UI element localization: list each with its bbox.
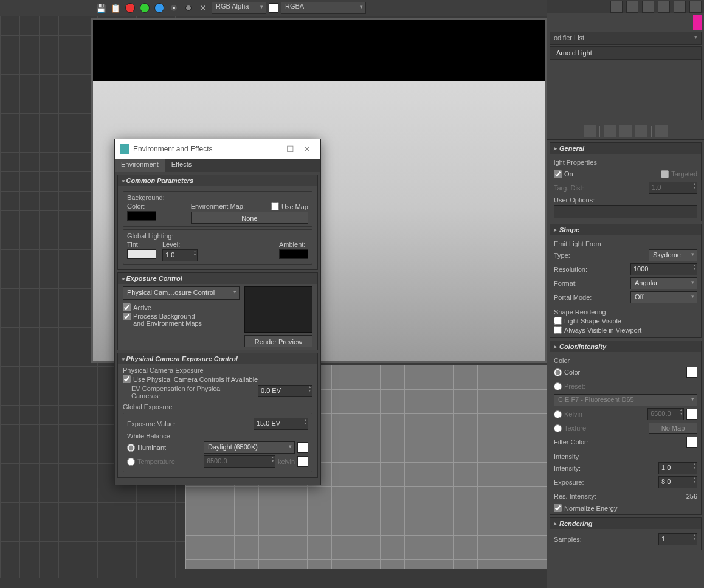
close-icon[interactable]: ✕ xyxy=(197,2,209,14)
blue-channel-icon[interactable] xyxy=(153,2,165,14)
background-label: Background: xyxy=(127,194,308,201)
rollout-color-intensity: Color/Intensity Color Color Preset: CIE … xyxy=(550,341,702,515)
preset-dropdown[interactable]: CIE F7 - Fluorescent D65 xyxy=(554,394,697,406)
bg-color-swatch[interactable] xyxy=(127,211,156,221)
rollout-common-parameters: Common Parameters Background: Color: Env… xyxy=(117,175,318,270)
dialog-titlebar[interactable]: Environment and Effects — ☐ ✕ xyxy=(115,139,320,159)
app-icon xyxy=(120,144,129,154)
resolution-label: Resolution: xyxy=(554,266,587,273)
ambient-label: Ambient: xyxy=(279,241,308,248)
show-end-result-icon[interactable] xyxy=(604,125,616,137)
display-tab-icon[interactable] xyxy=(674,1,686,13)
samples-spinner[interactable]: 1 xyxy=(658,533,697,545)
env-map-button[interactable]: None xyxy=(191,212,308,224)
format-dropdown[interactable]: Angular xyxy=(630,277,697,289)
mono-channel-icon[interactable] xyxy=(182,2,195,14)
kelvin-swatch[interactable] xyxy=(686,409,697,420)
process-background-checkbox[interactable]: Process Background and Environment Maps xyxy=(123,313,240,327)
rollout-rendering-header[interactable]: Rendering xyxy=(550,518,701,529)
exposure-control-header[interactable]: Exposure Control xyxy=(118,273,317,284)
always-visible-checkbox[interactable]: Always Visible in Viewport xyxy=(554,326,697,334)
texture-map-button[interactable]: No Map xyxy=(649,423,697,434)
preset-radio[interactable]: Preset: xyxy=(554,382,585,390)
alpha-channel-icon[interactable] xyxy=(168,2,180,14)
ambient-swatch[interactable] xyxy=(279,249,308,259)
exposure-preview xyxy=(244,286,312,333)
temperature-swatch[interactable] xyxy=(297,456,308,467)
intensity-spinner[interactable]: 1.0 xyxy=(658,462,697,474)
tab-effects[interactable]: Effects xyxy=(165,159,198,172)
tint-swatch[interactable] xyxy=(127,249,156,259)
configure-sets-icon[interactable] xyxy=(655,125,668,137)
illuminant-swatch[interactable] xyxy=(297,442,308,453)
physical-camera-exposure-label: Physical Camera Exposure xyxy=(123,367,312,374)
exposure-spinner[interactable]: 8.0 xyxy=(658,476,697,488)
minimize-icon[interactable]: — xyxy=(264,142,281,156)
illuminant-dropdown[interactable]: Daylight (6500K) xyxy=(204,441,295,454)
light-shape-visible-checkbox[interactable]: Light Shape Visible xyxy=(554,317,697,325)
temperature-radio[interactable]: Temperature xyxy=(127,458,175,466)
samples-label: Samples: xyxy=(554,536,582,543)
kelvin-radio[interactable]: Kelvin xyxy=(554,410,582,418)
color-radio[interactable]: Color xyxy=(554,368,580,376)
swatch-icon[interactable] xyxy=(269,3,278,13)
command-panel-tabs xyxy=(547,0,704,13)
level-spinner[interactable]: 1.0 xyxy=(162,249,198,261)
active-checkbox[interactable]: Active xyxy=(123,303,240,311)
rollout-general-header[interactable]: General xyxy=(550,143,701,154)
rollout-color-intensity-header[interactable]: Color/Intensity xyxy=(550,341,701,352)
filter-color-swatch[interactable] xyxy=(686,437,697,448)
format-label: Format: xyxy=(554,280,577,287)
temperature-spinner: 6500.0 xyxy=(204,455,275,468)
modifier-stack-toolbar xyxy=(547,123,704,140)
dialog-title: Environment and Effects xyxy=(133,145,213,153)
intensity-label: Intensity: xyxy=(554,465,581,472)
save-icon[interactable]: 💾 xyxy=(95,2,107,14)
user-options-input[interactable] xyxy=(554,205,697,218)
make-unique-icon[interactable] xyxy=(619,125,632,137)
remove-modifier-icon[interactable] xyxy=(635,125,647,137)
physical-camera-exposure-header[interactable]: Physical Camera Exposure Control xyxy=(118,353,317,364)
use-map-checkbox[interactable]: Use Map xyxy=(271,202,308,210)
render-preview-button[interactable]: Render Preview xyxy=(244,335,312,347)
global-lighting-label: Global Lighting: xyxy=(127,232,308,240)
tab-environment[interactable]: Environment xyxy=(115,159,165,172)
object-color-swatch[interactable] xyxy=(693,15,702,30)
rollout-rendering: Rendering Samples:1 xyxy=(550,517,702,550)
format-dropdown[interactable]: RGBA xyxy=(281,2,366,14)
type-dropdown[interactable]: Skydome xyxy=(649,249,697,261)
create-tab-icon[interactable] xyxy=(610,1,623,13)
copy-icon[interactable]: 📋 xyxy=(109,2,122,14)
modifier-list-dropdown[interactable]: odifier List xyxy=(550,32,702,45)
type-label: Type: xyxy=(554,252,570,259)
red-channel-icon[interactable] xyxy=(124,2,136,14)
exposure-label: Exposure: xyxy=(554,479,584,486)
pin-stack-icon[interactable] xyxy=(584,125,596,137)
motion-tab-icon[interactable] xyxy=(658,1,670,13)
illuminant-radio[interactable]: Illuminant xyxy=(127,444,166,452)
color-swatch[interactable] xyxy=(686,367,697,378)
res-intensity-value: 256 xyxy=(686,493,697,500)
close-dialog-icon[interactable]: ✕ xyxy=(299,142,316,156)
resolution-spinner[interactable]: 1000 xyxy=(630,263,697,275)
kelvin-spinner: 6500.0 xyxy=(647,408,684,420)
texture-radio[interactable]: Texture xyxy=(554,424,586,432)
use-physical-camera-checkbox[interactable]: Use Physical Camera Controls if Availabl… xyxy=(123,375,312,383)
normalize-energy-checkbox[interactable]: Normalize Energy xyxy=(554,504,697,512)
utilities-tab-icon[interactable] xyxy=(689,1,702,13)
targeted-checkbox[interactable]: Targeted xyxy=(661,170,697,178)
hierarchy-tab-icon[interactable] xyxy=(642,1,654,13)
green-channel-icon[interactable] xyxy=(139,2,151,14)
maximize-icon[interactable]: ☐ xyxy=(281,142,299,156)
exposure-value-spinner[interactable]: 15.0 EV xyxy=(254,418,308,430)
rollout-shape-header[interactable]: Shape xyxy=(550,224,701,235)
on-checkbox[interactable]: On xyxy=(554,170,573,178)
ev-compensation-spinner[interactable]: 0.0 EV xyxy=(258,385,312,397)
stack-item-arnold-light[interactable]: Arnold Light xyxy=(550,46,702,60)
common-parameters-header[interactable]: Common Parameters xyxy=(118,175,317,186)
modify-tab-icon[interactable] xyxy=(626,1,638,13)
filter-color-label: Filter Color: xyxy=(554,438,588,446)
channel-dropdown[interactable]: RGB Alpha xyxy=(212,2,266,14)
portal-mode-dropdown[interactable]: Off xyxy=(630,291,697,303)
exposure-control-dropdown[interactable]: Physical Cam…osure Control xyxy=(123,286,240,300)
